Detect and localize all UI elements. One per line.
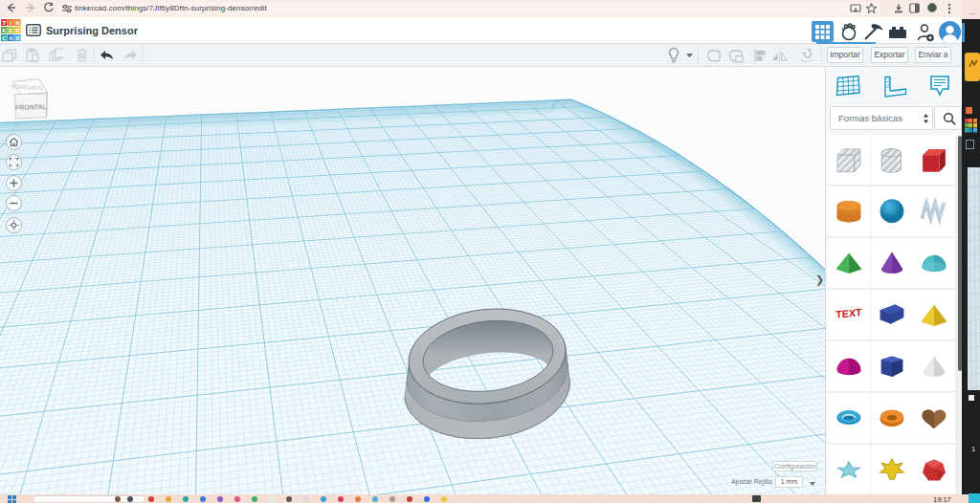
svg-text:E: E — [9, 28, 12, 33]
svg-text:A: A — [9, 35, 13, 41]
svg-text:TEXT: TEXT — [835, 306, 862, 320]
svg-text:N: N — [15, 20, 19, 26]
svg-text:K: K — [2, 28, 7, 33]
svg-text:D: D — [15, 35, 20, 41]
svg-text:R: R — [15, 28, 20, 33]
svg-text:C: C — [2, 35, 7, 41]
svg-text:FRONTAL: FRONTAL — [15, 103, 48, 111]
svg-text:T: T — [2, 20, 6, 26]
